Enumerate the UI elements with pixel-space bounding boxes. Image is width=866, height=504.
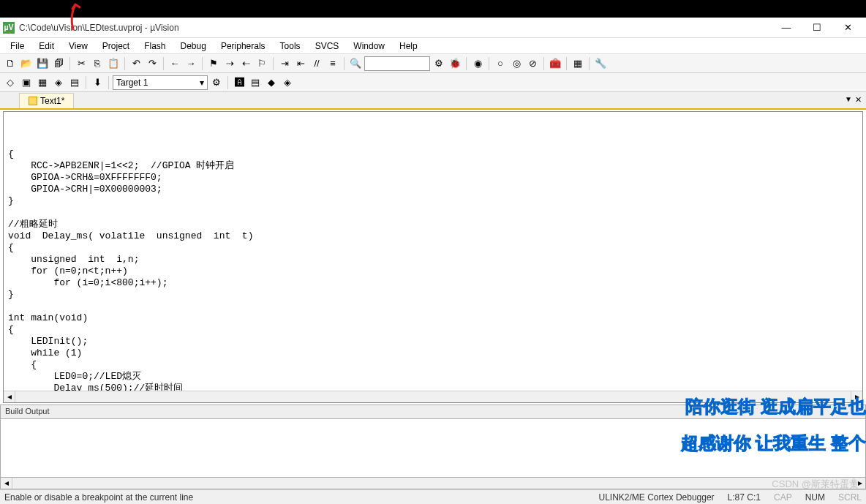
build-icon[interactable]: ▣ bbox=[19, 75, 34, 90]
menu-project[interactable]: Project bbox=[95, 39, 137, 53]
cut-icon[interactable]: ✂ bbox=[74, 56, 89, 71]
next-bookmark-icon[interactable]: ⇢ bbox=[222, 56, 237, 71]
find-icon[interactable]: 🔍 bbox=[348, 56, 363, 71]
copy-icon[interactable]: ⎘ bbox=[90, 56, 105, 71]
debug-icon[interactable]: 🐞 bbox=[448, 56, 462, 71]
horizontal-scrollbar[interactable]: ◂ ▸ bbox=[4, 391, 862, 402]
target-label: Target 1 bbox=[116, 78, 148, 88]
prev-bookmark-icon[interactable]: ⇠ bbox=[238, 56, 253, 71]
output-horizontal-scrollbar[interactable]: ◂ ▸ bbox=[0, 478, 866, 489]
bookmark-icon[interactable]: ⚑ bbox=[206, 56, 221, 71]
stop-icon[interactable]: ▤ bbox=[67, 75, 82, 90]
config-icon[interactable]: ⚙ bbox=[432, 56, 446, 71]
paste-icon[interactable]: 📋 bbox=[106, 56, 121, 71]
status-scrl: SCRL bbox=[838, 492, 862, 503]
manage-icon[interactable]: ▤ bbox=[248, 75, 263, 90]
save-all-icon[interactable]: 🗐 bbox=[51, 56, 66, 71]
code-editor[interactable]: { RCC->APB2ENR|=1<<2; //GPIOA 时钟开启 GPIOA… bbox=[4, 112, 862, 391]
comment-icon[interactable]: // bbox=[309, 56, 324, 71]
editor-tabs: Text1* ▼ ✕ bbox=[0, 92, 866, 110]
app-icon: μV bbox=[3, 22, 15, 34]
window-title: C:\Code\uVision\LEDtest.uvproj - µVision bbox=[19, 23, 771, 33]
wrench-icon[interactable]: 🔧 bbox=[593, 56, 608, 71]
title-bar: μV C:\Code\uVision\LEDtest.uvproj - µVis… bbox=[0, 18, 866, 38]
window-icon[interactable]: ▦ bbox=[571, 56, 585, 71]
menu-help[interactable]: Help bbox=[392, 39, 425, 53]
file-ext-icon[interactable]: 🅰 bbox=[232, 75, 246, 90]
enable-bp-icon[interactable]: ◎ bbox=[509, 56, 524, 71]
new-file-icon[interactable]: 🗋 bbox=[3, 56, 18, 71]
download-icon[interactable]: ⬇ bbox=[90, 75, 105, 90]
close-button[interactable]: ✕ bbox=[832, 20, 863, 36]
search-combo[interactable] bbox=[364, 56, 430, 71]
build-output-panel[interactable] bbox=[0, 419, 866, 478]
status-cap: CAP bbox=[774, 492, 792, 503]
status-message: Enable or disable a breakpoint at the cu… bbox=[4, 492, 586, 503]
target-combo[interactable]: Target 1 ▾ bbox=[113, 75, 208, 90]
menu-tools[interactable]: Tools bbox=[273, 39, 308, 53]
menu-peripherals[interactable]: Peripherals bbox=[214, 39, 273, 53]
translate-icon[interactable]: ◇ bbox=[3, 75, 18, 90]
options-icon[interactable]: ⚙ bbox=[209, 75, 224, 90]
rte-icon[interactable]: ◆ bbox=[264, 75, 279, 90]
indent-icon[interactable]: ⇥ bbox=[277, 56, 292, 71]
breakpoint-icon[interactable]: ◉ bbox=[470, 56, 485, 71]
forward-icon[interactable]: → bbox=[184, 56, 198, 71]
toolbox-icon[interactable]: 🧰 bbox=[548, 56, 562, 71]
file-icon bbox=[29, 97, 37, 105]
status-debugger: ULINK2/ME Cortex Debugger bbox=[599, 492, 715, 503]
status-bar: Enable or disable a breakpoint at the cu… bbox=[0, 489, 866, 504]
tab-close-icon[interactable]: ✕ bbox=[855, 95, 862, 105]
kill-bp-icon[interactable]: ⊘ bbox=[525, 56, 540, 71]
editor-tab[interactable]: Text1* bbox=[19, 93, 74, 108]
disable-bp-icon[interactable]: ○ bbox=[493, 56, 508, 71]
save-icon[interactable]: 💾 bbox=[35, 56, 50, 71]
rebuild-icon[interactable]: ▦ bbox=[35, 75, 50, 90]
build-toolbar: ◇▣▦◈▤⬇ Target 1 ▾ ⚙🅰▤◆◈ bbox=[0, 73, 866, 92]
back-icon[interactable]: ← bbox=[167, 56, 182, 71]
batch-icon[interactable]: ◈ bbox=[51, 75, 66, 90]
undo-icon[interactable]: ↶ bbox=[129, 56, 143, 71]
status-cursor-pos: L:87 C:1 bbox=[728, 492, 761, 503]
tab-label: Text1* bbox=[40, 96, 64, 106]
status-num: NUM bbox=[805, 492, 825, 503]
build-output-title: Build Output bbox=[0, 405, 866, 419]
menu-debug[interactable]: Debug bbox=[173, 39, 214, 53]
menu-file[interactable]: File bbox=[3, 39, 31, 53]
menu-view[interactable]: View bbox=[61, 39, 95, 53]
clear-bookmark-icon[interactable]: ⚐ bbox=[255, 56, 269, 71]
maximize-button[interactable]: ☐ bbox=[802, 20, 832, 36]
menu-edit[interactable]: Edit bbox=[31, 39, 61, 53]
menu-bar: FileEditViewProjectFlashDebugPeripherals… bbox=[0, 38, 866, 54]
menu-svcs[interactable]: SVCS bbox=[308, 39, 347, 53]
outdent-icon[interactable]: ⇤ bbox=[293, 56, 308, 71]
minimize-button[interactable]: — bbox=[771, 20, 802, 36]
file-toolbar: 🗋📂💾🗐✂⎘📋↶↷←→⚑⇢⇠⚐⇥⇤//≡🔍 ⚙🐞◉○◎⊘🧰▦🔧 bbox=[0, 54, 866, 73]
tab-dropdown-icon[interactable]: ▼ bbox=[845, 95, 852, 105]
pack-icon[interactable]: ◈ bbox=[280, 75, 295, 90]
open-icon[interactable]: 📂 bbox=[19, 56, 34, 71]
menu-window[interactable]: Window bbox=[346, 39, 392, 53]
redo-icon[interactable]: ↷ bbox=[145, 56, 159, 71]
uncomment-icon[interactable]: ≡ bbox=[325, 56, 340, 71]
menu-flash[interactable]: Flash bbox=[137, 39, 173, 53]
